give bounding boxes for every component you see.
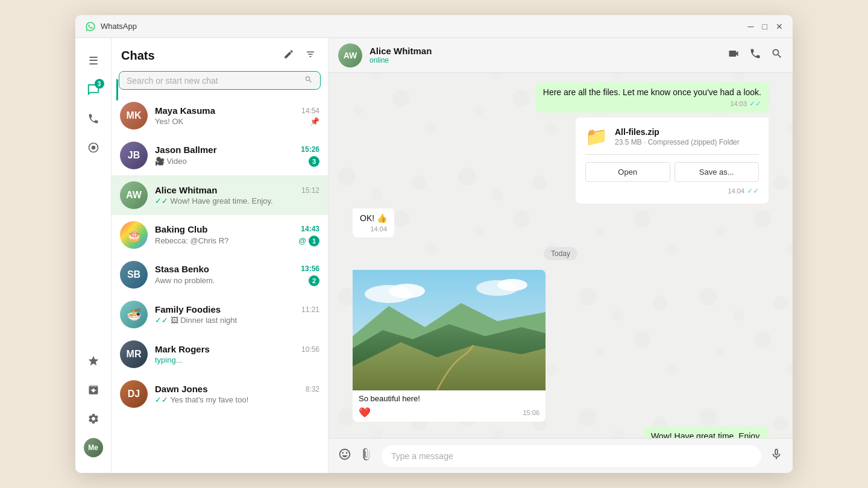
- nav-item-archived[interactable]: [80, 377, 107, 403]
- chats-panel: Chats: [112, 38, 329, 473]
- chat-info-stasa: Stasa Benko 13:56 Aww no problem. 2: [155, 264, 319, 286]
- nav-item-profile[interactable]: Me: [80, 434, 107, 461]
- maximize-button[interactable]: □: [763, 22, 767, 31]
- chat-time-alice: 15:12: [301, 186, 319, 195]
- chat-badge-stasa: 2: [309, 275, 319, 286]
- chat-time-maya: 14:54: [301, 107, 319, 115]
- search-icon: [304, 75, 313, 86]
- chat-item-dawn[interactable]: DJ Dawn Jones 8:32 ✓✓ Yes that's my fave…: [112, 374, 328, 414]
- nav-item-status[interactable]: [80, 134, 107, 161]
- day-label: Today: [544, 247, 577, 260]
- nav-top: ☰ 3: [80, 45, 107, 345]
- chat-name-stasa: Stasa Benko: [155, 264, 209, 274]
- save-file-button[interactable]: Save as...: [675, 162, 760, 182]
- nav-item-settings[interactable]: [80, 405, 107, 432]
- chat-contact-status: online: [370, 56, 720, 64]
- chat-item-mark[interactable]: MR Mark Rogers 10:56 typing...: [112, 334, 328, 374]
- avatar-stasa: SB: [120, 261, 148, 289]
- nav-item-menu[interactable]: ☰: [80, 48, 107, 74]
- search-messages-button[interactable]: [771, 48, 783, 63]
- chat-time-family: 11:21: [301, 305, 319, 314]
- star-icon: [87, 355, 99, 367]
- file-bubble: 📁 All-files.zip 23.5 MB · Compressed (zi…: [576, 117, 769, 204]
- active-indicator: [116, 79, 118, 101]
- search-input[interactable]: [127, 76, 304, 86]
- chat-time-mark: 10:56: [301, 345, 319, 354]
- app-title: WhatsApp: [101, 22, 748, 31]
- chat-header-icons: [728, 48, 783, 63]
- chat-time-dawn: 8:32: [306, 385, 319, 393]
- menu-icon: ☰: [89, 54, 98, 67]
- chat-badge-jason: 3: [309, 156, 319, 167]
- avatar-alice: AW: [120, 181, 148, 209]
- chat-time-stasa: 13:56: [301, 264, 319, 273]
- day-divider: Today: [353, 247, 769, 260]
- chat-preview-alice: ✓✓ Wow! Have great time. Enjoy.: [155, 196, 273, 205]
- photo-time: 15:06: [523, 409, 539, 416]
- nav-item-calls[interactable]: [80, 105, 107, 132]
- open-file-button[interactable]: Open: [585, 162, 670, 182]
- chat-name-family: Family Foodies: [155, 304, 221, 314]
- nav-item-starred[interactable]: [80, 348, 107, 374]
- avatar-jason: JB: [120, 142, 148, 169]
- chat-badge-baking: 1: [309, 236, 319, 246]
- chat-preview-family: ✓✓ 🖼 Dinner last night: [155, 316, 237, 325]
- chat-name-maya: Maya Kasuma: [155, 105, 215, 116]
- photo-image: [353, 270, 546, 390]
- voice-call-button[interactable]: [749, 48, 761, 63]
- video-call-button[interactable]: [728, 48, 740, 63]
- chat-header-avatar: AW: [338, 43, 362, 67]
- msg-text-3: OK! 👍: [360, 213, 387, 223]
- profile-avatar: Me: [84, 438, 103, 457]
- chat-item-family[interactable]: 🍜 Family Foodies 11:21 ✓✓ 🖼 Dinner last …: [112, 295, 328, 334]
- minimize-button[interactable]: ─: [748, 22, 754, 31]
- chat-header-info[interactable]: Alice Whitman online: [370, 46, 720, 64]
- chat-time-baking: 14:43: [301, 225, 319, 233]
- chat-name-dawn: Dawn Jones: [155, 384, 208, 394]
- nav-sidebar: ☰ 3: [75, 38, 112, 473]
- chat-name-baking: Baking Club: [155, 224, 208, 234]
- chat-input-bar: [329, 438, 793, 473]
- chat-item-maya[interactable]: MK Maya Kasuma 14:54 Yes! OK 📌: [112, 96, 328, 136]
- zip-file-icon: 📁: [585, 126, 608, 147]
- microphone-button[interactable]: [770, 448, 783, 464]
- filter-icon[interactable]: [303, 46, 318, 65]
- chats-header: Chats: [112, 38, 328, 71]
- close-button[interactable]: ✕: [776, 22, 783, 31]
- pin-icon-maya: 📌: [310, 117, 319, 126]
- chat-preview-maya: Yes! OK: [155, 117, 183, 126]
- chats-list: MK Maya Kasuma 14:54 Yes! OK 📌: [112, 96, 328, 473]
- msg-row-5: Wow! Have great time. Enjoy. 15:12 ✓✓: [353, 427, 769, 438]
- chat-header: AW Alice Whitman online: [329, 38, 793, 73]
- emoji-button[interactable]: [338, 448, 351, 464]
- chat-preview-dawn: ✓✓ Yes that's my fave too!: [155, 395, 248, 404]
- msg-text-5: Wow! Have great time. Enjoy.: [651, 431, 761, 438]
- archive-icon: [87, 384, 99, 396]
- chat-item-alice[interactable]: AW Alice Whitman 15:12 ✓✓ Wow! Have grea…: [112, 175, 328, 215]
- chat-name-alice: Alice Whitman: [155, 185, 217, 195]
- chat-preview-jason: 🎥 Video: [155, 157, 187, 166]
- message-input[interactable]: [382, 445, 761, 467]
- svg-point-4: [389, 284, 425, 298]
- chat-item-baking[interactable]: 🎂 Baking Club 14:43 Rebecca: @Chris R? @…: [112, 215, 328, 255]
- new-chat-icon[interactable]: [281, 46, 297, 65]
- msg-tick-1: ✓✓: [749, 99, 761, 108]
- chat-info-alice: Alice Whitman 15:12 ✓✓ Wow! Have great t…: [155, 185, 319, 205]
- nav-bottom: Me: [80, 348, 107, 466]
- attach-button[interactable]: [360, 448, 373, 464]
- chat-info-baking: Baking Club 14:43 Rebecca: @Chris R? @ 1: [155, 224, 319, 246]
- svg-point-6: [497, 279, 527, 291]
- nav-chats-wrap: 3: [80, 77, 107, 103]
- nav-item-chats[interactable]: 3: [80, 77, 107, 103]
- chat-item-jason[interactable]: JB Jason Ballmer 15:26 🎥 Video 3: [112, 136, 328, 175]
- chat-info-dawn: Dawn Jones 8:32 ✓✓ Yes that's my fave to…: [155, 384, 319, 404]
- msg-text-1: Here are all the files. Let me know once…: [543, 87, 761, 97]
- chat-item-stasa[interactable]: SB Stasa Benko 13:56 Aww no problem. 2: [112, 255, 328, 295]
- photo-caption: So beautiful here!: [353, 390, 546, 407]
- settings-icon: [87, 413, 99, 425]
- msg-time-3: 14:04: [370, 225, 387, 233]
- msg-tick-2: ✓✓: [747, 187, 759, 195]
- bubble-3: OK! 👍 14:04: [353, 208, 394, 237]
- msg-time-1: 14:03: [730, 100, 747, 107]
- messages-area: Here are all the files. Let me know once…: [329, 73, 793, 438]
